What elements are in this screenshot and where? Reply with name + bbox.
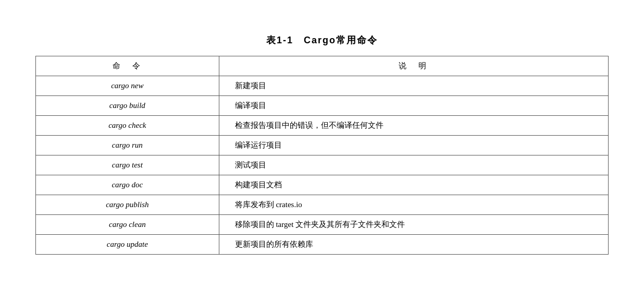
table-row: cargo update更新项目的所有依赖库	[36, 234, 609, 254]
cell-description: 检查报告项目中的错误，但不编译任何文件	[219, 115, 608, 135]
cell-description: 将库发布到 crates.io	[219, 195, 608, 214]
table-row: cargo run编译运行项目	[36, 135, 609, 155]
page-container: 表1-1 Cargo常用命令 命 令 说 明 cargo new新建项目carg…	[35, 34, 609, 255]
cell-command: cargo update	[36, 234, 219, 254]
table-row: cargo new新建项目	[36, 76, 609, 95]
cell-description: 更新项目的所有依赖库	[219, 234, 608, 254]
cell-description: 构建项目文档	[219, 175, 608, 195]
header-command: 命 令	[36, 56, 219, 76]
cell-command: cargo publish	[36, 195, 219, 214]
table-header-row: 命 令 说 明	[36, 56, 609, 76]
table-row: cargo test测试项目	[36, 155, 609, 175]
table-title: 表1-1 Cargo常用命令	[35, 34, 609, 46]
cell-description: 编译项目	[219, 95, 608, 115]
cell-command: cargo run	[36, 135, 219, 155]
cell-command: cargo new	[36, 76, 219, 95]
cell-command: cargo test	[36, 155, 219, 175]
table-row: cargo build编译项目	[36, 95, 609, 115]
cargo-table: 命 令 说 明 cargo new新建项目cargo build编译项目carg…	[35, 56, 609, 255]
table-row: cargo publish将库发布到 crates.io	[36, 195, 609, 214]
cell-command: cargo build	[36, 95, 219, 115]
cell-description: 移除项目的 target 文件夹及其所有子文件夹和文件	[219, 214, 608, 234]
cell-command: cargo doc	[36, 175, 219, 195]
cell-command: cargo clean	[36, 214, 219, 234]
cell-description: 新建项目	[219, 76, 608, 95]
cell-description: 编译运行项目	[219, 135, 608, 155]
table-row: cargo doc构建项目文档	[36, 175, 609, 195]
table-row: cargo check检查报告项目中的错误，但不编译任何文件	[36, 115, 609, 135]
cell-command: cargo check	[36, 115, 219, 135]
header-description: 说 明	[219, 56, 608, 76]
cell-description: 测试项目	[219, 155, 608, 175]
table-row: cargo clean移除项目的 target 文件夹及其所有子文件夹和文件	[36, 214, 609, 234]
